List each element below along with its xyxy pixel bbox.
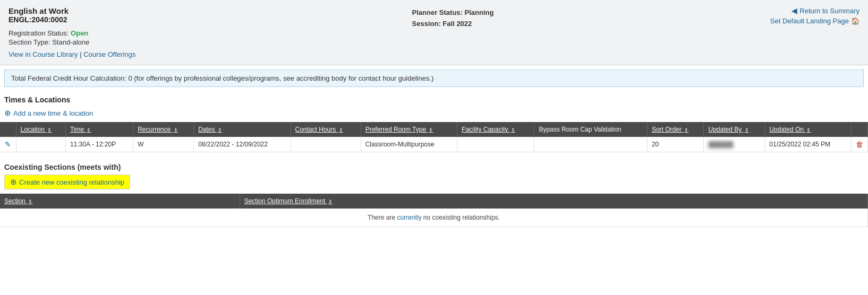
coexisting-title: Coexisting Sections (meets with)	[0, 161, 868, 175]
table-row: ✎ 11:30A - 12:20P W 08/22/2022 - 12/09/2…	[0, 137, 868, 152]
header: English at Work ENGL:2040:0002 Registrat…	[0, 0, 868, 65]
col-dates: Dates ⇕	[194, 122, 291, 137]
updated-by-cell: ██████	[704, 137, 765, 152]
col-location: Location ⇕	[16, 122, 65, 137]
contact-hours-cell	[291, 137, 361, 152]
course-name: English at Work	[8, 6, 135, 15]
section-type-value: Stand-alone	[52, 38, 89, 46]
delete-cell[interactable]: 🗑	[852, 137, 868, 152]
facility-capacity-cell	[457, 137, 534, 152]
preferred-room-type-cell: Classroom-Multipurpose	[361, 137, 457, 152]
no-data-text-part1: There are	[368, 214, 397, 221]
col-section-optimum: Section Optimum Enrollment ⇕	[240, 194, 867, 209]
return-to-summary-link[interactable]: ◀ Return to Summary	[770, 6, 860, 15]
times-locations-header-row: Location ⇕ Time ⇕ Recurrence ⇕ Dates ⇕ C…	[0, 122, 868, 137]
section-type-label: Section Type:	[8, 38, 50, 46]
bypass-room-cap-cell	[534, 137, 648, 152]
view-course-library-link[interactable]: View in Course Library	[8, 50, 78, 58]
add-time-location-link[interactable]: ⊕ Add a new time & location	[4, 108, 864, 118]
session-info: Session: Fall 2022	[412, 20, 494, 28]
col-updated-by: Updated By ⇕	[704, 122, 765, 137]
no-data-row: There are currently no coexisting relati…	[0, 209, 868, 227]
col-recurrence: Recurrence ⇕	[133, 122, 194, 137]
add-time-location-container: ⊕ Add a new time & location	[0, 106, 868, 122]
reg-status-label: Registration Status:	[8, 29, 69, 37]
location-cell	[16, 137, 65, 152]
course-offerings-link[interactable]: Course Offerings	[83, 50, 135, 58]
circle-arrow-icon: ◀	[792, 6, 797, 15]
plus-circle-icon: ⊕	[4, 108, 11, 118]
col-updated-on: Updated On ⇕	[765, 122, 852, 137]
header-right: ◀ Return to Summary Set Default Landing …	[770, 6, 860, 27]
updated-on-cell: 01/25/2022 02:45 PM	[765, 137, 852, 152]
registration-status: Registration Status: Open	[8, 29, 135, 37]
section-type: Section Type: Stand-alone	[8, 38, 135, 46]
col-contact-hours: Contact Hours ⇕	[291, 122, 361, 137]
coexisting-header-row: Section ⇕ Section Optimum Enrollment ⇕	[0, 194, 868, 209]
no-data-text-highlight: currently	[397, 214, 421, 221]
times-locations-title: Times & Locations	[0, 91, 868, 106]
create-coexist-container: ⊕ Create new coexisting relationship	[4, 175, 130, 189]
create-coexisting-link[interactable]: Create new coexisting relationship	[19, 178, 124, 186]
time-cell: 11:30A - 12:20P	[65, 137, 133, 152]
no-data-text-part2: no coexisting relationships.	[421, 214, 499, 221]
col-edit-action	[0, 122, 16, 137]
col-delete-action	[852, 122, 868, 137]
info-banner: Total Federal Credit Hour Calculation: 0…	[4, 70, 864, 87]
planner-status: Planner Status: Planning	[412, 8, 494, 16]
col-preferred-room-type: Preferred Room Type ⇕	[361, 122, 457, 137]
col-facility-capacity: Facility Capacity ⇕	[457, 122, 534, 137]
col-sort-order: Sort Order ⇕	[647, 122, 704, 137]
col-bypass-room-cap: Bypass Room Cap Validation	[534, 122, 648, 137]
home-icon: 🏠	[851, 17, 860, 25]
reg-status-value: Open	[71, 29, 88, 37]
header-middle: Planner Status: Planning Session: Fall 2…	[412, 6, 494, 28]
coexisting-table: Section ⇕ Section Optimum Enrollment ⇕ T…	[0, 194, 868, 227]
trash-icon[interactable]: 🗑	[856, 140, 863, 149]
dates-cell: 08/22/2022 - 12/09/2022	[194, 137, 291, 152]
course-code: ENGL:2040:0002	[8, 15, 135, 24]
recurrence-cell: W	[133, 137, 194, 152]
no-data-cell: There are currently no coexisting relati…	[0, 209, 868, 227]
times-locations-table: Location ⇕ Time ⇕ Recurrence ⇕ Dates ⇕ C…	[0, 122, 868, 152]
header-left: English at Work ENGL:2040:0002 Registrat…	[8, 6, 135, 58]
col-section: Section ⇕	[0, 194, 240, 209]
course-links: View in Course Library | Course Offering…	[8, 50, 135, 58]
sort-order-cell: 20	[647, 137, 704, 152]
plus-circle-icon: ⊕	[10, 177, 17, 187]
edit-cell[interactable]: ✎	[0, 137, 16, 152]
set-default-landing-link[interactable]: Set Default Landing Page 🏠	[770, 17, 860, 25]
coexisting-sections: Coexisting Sections (meets with) ⊕ Creat…	[0, 161, 868, 227]
edit-icon[interactable]: ✎	[5, 140, 11, 149]
col-time: Time ⇕	[65, 122, 133, 137]
